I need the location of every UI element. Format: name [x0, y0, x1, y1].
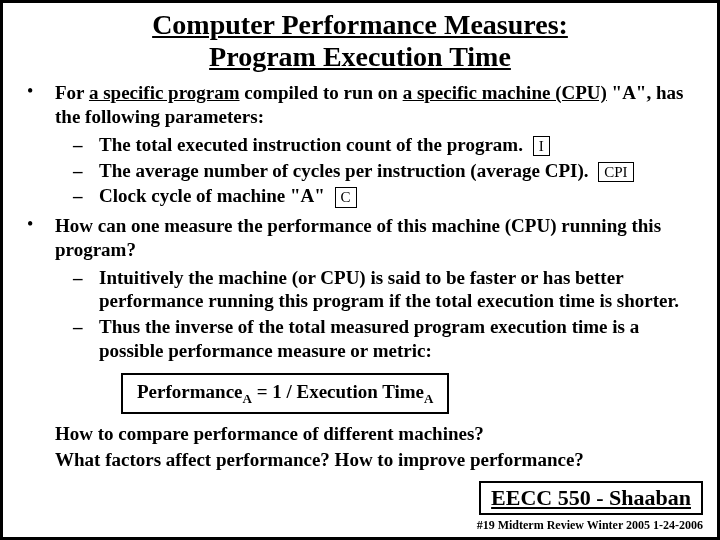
param-box-I: I	[533, 136, 550, 157]
txt: compiled to run on	[240, 82, 403, 103]
question-2: What factors affect performance? How to …	[55, 448, 699, 472]
subbullet-5: – Thus the inverse of the total measured…	[73, 315, 699, 363]
dash-icon: –	[73, 159, 99, 183]
underline-program: a specific program	[89, 82, 240, 103]
bullet-dot-icon: •	[21, 214, 55, 262]
subbullet-4-text: Intuitively the machine (or CPU) is said…	[99, 266, 699, 314]
underline-machine: a specific machine (CPU)	[403, 82, 607, 103]
title-line-2: Program Execution Time	[209, 41, 511, 72]
slide-title: Computer Performance Measures: Program E…	[21, 9, 699, 73]
bullet-2: • How can one measure the performance of…	[21, 214, 699, 262]
bullet-1-text: For a specific program compiled to run o…	[55, 81, 699, 129]
title-line-1: Computer Performance Measures:	[152, 9, 568, 40]
bullet-dot-icon: •	[21, 81, 55, 129]
formula-lhs: Performance	[137, 381, 243, 402]
param-box-CPI: CPI	[598, 162, 633, 183]
subbullet-5-text: Thus the inverse of the total measured p…	[99, 315, 699, 363]
formula-box: PerformanceA = 1 / Execution TimeA	[121, 373, 449, 415]
slide-body: • For a specific program compiled to run…	[21, 81, 699, 472]
formula-row: PerformanceA = 1 / Execution TimeA	[121, 373, 699, 415]
slide-frame: Computer Performance Measures: Program E…	[0, 0, 720, 540]
txt: The total executed instruction count of …	[99, 134, 523, 155]
param-box-C: C	[335, 187, 357, 208]
dash-icon: –	[73, 184, 99, 208]
subbullet-4: – Intuitively the machine (or CPU) is sa…	[73, 266, 699, 314]
formula-sub-a2: A	[424, 390, 433, 405]
slide-meta: #19 Midterm Review Winter 2005 1-24-2006	[477, 518, 703, 533]
formula-sub-a: A	[243, 390, 252, 405]
dash-icon: –	[73, 315, 99, 363]
txt: The average number of cycles per instruc…	[99, 160, 589, 181]
dash-icon: –	[73, 133, 99, 157]
txt: For	[55, 82, 89, 103]
subbullet-2-text: The average number of cycles per instruc…	[99, 159, 699, 183]
course-footer-box: EECC 550 - Shaaban	[479, 481, 703, 515]
subbullet-3: – Clock cycle of machine "A" C	[73, 184, 699, 208]
bullet-1: • For a specific program compiled to run…	[21, 81, 699, 129]
dash-icon: –	[73, 266, 99, 314]
subbullet-3-text: Clock cycle of machine "A" C	[99, 184, 699, 208]
subbullet-1-text: The total executed instruction count of …	[99, 133, 699, 157]
txt: Clock cycle of machine "A"	[99, 185, 325, 206]
bullet-2-text: How can one measure the performance of t…	[55, 214, 699, 262]
subbullet-1: – The total executed instruction count o…	[73, 133, 699, 157]
question-1: How to compare performance of different …	[55, 422, 699, 446]
formula-mid: = 1 / Execution Time	[252, 381, 424, 402]
subbullet-2: – The average number of cycles per instr…	[73, 159, 699, 183]
